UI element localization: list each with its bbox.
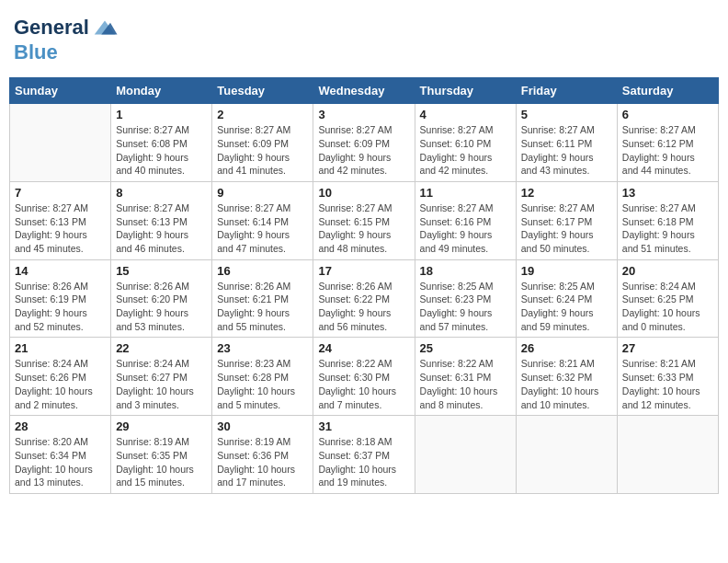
calendar-cell: 5Sunrise: 8:27 AMSunset: 6:11 PMDaylight…: [516, 104, 617, 182]
calendar-cell: [415, 416, 516, 494]
day-number: 29: [116, 419, 207, 433]
calendar-cell: 19Sunrise: 8:25 AMSunset: 6:24 PMDayligh…: [516, 259, 617, 338]
day-info: Sunrise: 8:24 AMSunset: 6:27 PMDaylight:…: [116, 357, 207, 411]
day-info: Sunrise: 8:27 AMSunset: 6:10 PMDaylight:…: [420, 123, 511, 178]
day-info: Sunrise: 8:20 AMSunset: 6:34 PMDaylight:…: [15, 435, 106, 489]
day-info: Sunrise: 8:27 AMSunset: 6:13 PMDaylight:…: [15, 201, 106, 256]
logo: General Blue: [14, 14, 119, 63]
calendar-cell: 17Sunrise: 8:26 AMSunset: 6:22 PMDayligh…: [313, 259, 415, 338]
day-info: Sunrise: 8:22 AMSunset: 6:31 PMDaylight:…: [420, 357, 511, 411]
day-number: 3: [318, 108, 409, 121]
day-number: 15: [116, 264, 207, 278]
logo-blue: Blue: [14, 40, 58, 63]
day-info: Sunrise: 8:26 AMSunset: 6:21 PMDaylight:…: [217, 280, 308, 334]
calendar-cell: 3Sunrise: 8:27 AMSunset: 6:09 PMDaylight…: [313, 104, 415, 182]
day-number: 19: [521, 264, 612, 278]
calendar-cell: 14Sunrise: 8:26 AMSunset: 6:19 PMDayligh…: [10, 259, 111, 338]
day-info: Sunrise: 8:24 AMSunset: 6:25 PMDaylight:…: [622, 280, 713, 334]
day-number: 8: [116, 186, 207, 200]
calendar-week-3: 14Sunrise: 8:26 AMSunset: 6:19 PMDayligh…: [10, 259, 719, 338]
day-number: 12: [521, 186, 612, 200]
calendar-cell: 25Sunrise: 8:22 AMSunset: 6:31 PMDayligh…: [415, 338, 516, 416]
day-number: 28: [15, 419, 106, 433]
day-info: Sunrise: 8:26 AMSunset: 6:22 PMDaylight:…: [318, 280, 409, 334]
day-number: 26: [521, 341, 612, 355]
calendar-week-2: 7Sunrise: 8:27 AMSunset: 6:13 PMDaylight…: [10, 181, 719, 259]
day-info: Sunrise: 8:27 AMSunset: 6:14 PMDaylight:…: [217, 201, 308, 256]
calendar-cell: 18Sunrise: 8:25 AMSunset: 6:23 PMDayligh…: [415, 259, 516, 338]
day-info: Sunrise: 8:22 AMSunset: 6:30 PMDaylight:…: [318, 357, 409, 411]
weekday-header-saturday: Saturday: [617, 78, 718, 104]
calendar-cell: 10Sunrise: 8:27 AMSunset: 6:15 PMDayligh…: [313, 181, 415, 259]
day-number: 2: [217, 108, 308, 121]
day-info: Sunrise: 8:27 AMSunset: 6:15 PMDaylight:…: [318, 201, 409, 256]
calendar-cell: 29Sunrise: 8:19 AMSunset: 6:35 PMDayligh…: [111, 416, 212, 494]
calendar-cell: 22Sunrise: 8:24 AMSunset: 6:27 PMDayligh…: [111, 338, 212, 416]
day-number: 9: [217, 186, 308, 200]
calendar-cell: [617, 416, 718, 494]
calendar-cell: 11Sunrise: 8:27 AMSunset: 6:16 PMDayligh…: [415, 181, 516, 259]
calendar-cell: 27Sunrise: 8:21 AMSunset: 6:33 PMDayligh…: [617, 338, 718, 416]
day-number: 30: [217, 419, 308, 433]
calendar-cell: 15Sunrise: 8:26 AMSunset: 6:20 PMDayligh…: [111, 259, 212, 338]
day-info: Sunrise: 8:19 AMSunset: 6:36 PMDaylight:…: [217, 435, 308, 489]
day-info: Sunrise: 8:21 AMSunset: 6:32 PMDaylight:…: [521, 357, 612, 411]
day-info: Sunrise: 8:21 AMSunset: 6:33 PMDaylight:…: [622, 357, 713, 411]
day-number: 1: [116, 108, 207, 121]
day-number: 31: [318, 419, 409, 433]
day-info: Sunrise: 8:27 AMSunset: 6:11 PMDaylight:…: [521, 123, 612, 178]
calendar-cell: 9Sunrise: 8:27 AMSunset: 6:14 PMDaylight…: [212, 181, 313, 259]
calendar-cell: 24Sunrise: 8:22 AMSunset: 6:30 PMDayligh…: [313, 338, 415, 416]
calendar-cell: 16Sunrise: 8:26 AMSunset: 6:21 PMDayligh…: [212, 259, 313, 338]
day-number: 21: [15, 341, 106, 355]
weekday-header-row: SundayMondayTuesdayWednesdayThursdayFrid…: [10, 78, 719, 104]
day-number: 20: [622, 264, 713, 278]
calendar-week-4: 21Sunrise: 8:24 AMSunset: 6:26 PMDayligh…: [10, 338, 719, 416]
calendar-table: SundayMondayTuesdayWednesdayThursdayFrid…: [9, 77, 719, 494]
calendar-cell: [516, 416, 617, 494]
weekday-header-friday: Friday: [516, 78, 617, 104]
calendar-cell: 13Sunrise: 8:27 AMSunset: 6:18 PMDayligh…: [617, 181, 718, 259]
day-number: 18: [420, 264, 511, 278]
calendar-cell: [10, 104, 111, 182]
day-info: Sunrise: 8:27 AMSunset: 6:09 PMDaylight:…: [217, 123, 308, 178]
calendar-week-1: 1Sunrise: 8:27 AMSunset: 6:08 PMDaylight…: [10, 104, 719, 182]
day-info: Sunrise: 8:26 AMSunset: 6:19 PMDaylight:…: [15, 280, 106, 334]
logo-icon: [91, 14, 119, 41]
weekday-header-sunday: Sunday: [10, 78, 111, 104]
day-number: 25: [420, 341, 511, 355]
day-number: 7: [15, 186, 106, 200]
calendar-cell: 20Sunrise: 8:24 AMSunset: 6:25 PMDayligh…: [617, 259, 718, 338]
calendar-cell: 23Sunrise: 8:23 AMSunset: 6:28 PMDayligh…: [212, 338, 313, 416]
day-number: 27: [622, 341, 713, 355]
weekday-header-monday: Monday: [111, 78, 212, 104]
day-number: 14: [15, 264, 106, 278]
page-header: General Blue: [9, 9, 719, 68]
day-info: Sunrise: 8:27 AMSunset: 6:09 PMDaylight:…: [318, 123, 409, 178]
calendar-cell: 31Sunrise: 8:18 AMSunset: 6:37 PMDayligh…: [313, 416, 415, 494]
day-info: Sunrise: 8:25 AMSunset: 6:24 PMDaylight:…: [521, 280, 612, 334]
logo-text: General: [14, 17, 89, 39]
day-number: 4: [420, 108, 511, 121]
day-info: Sunrise: 8:27 AMSunset: 6:16 PMDaylight:…: [420, 201, 511, 256]
day-number: 22: [116, 341, 207, 355]
calendar-cell: 4Sunrise: 8:27 AMSunset: 6:10 PMDaylight…: [415, 104, 516, 182]
calendar-cell: 8Sunrise: 8:27 AMSunset: 6:13 PMDaylight…: [111, 181, 212, 259]
weekday-header-thursday: Thursday: [415, 78, 516, 104]
calendar-cell: 7Sunrise: 8:27 AMSunset: 6:13 PMDaylight…: [10, 181, 111, 259]
day-number: 24: [318, 341, 409, 355]
calendar-week-5: 28Sunrise: 8:20 AMSunset: 6:34 PMDayligh…: [10, 416, 719, 494]
calendar-cell: 30Sunrise: 8:19 AMSunset: 6:36 PMDayligh…: [212, 416, 313, 494]
day-number: 5: [521, 108, 612, 121]
day-info: Sunrise: 8:27 AMSunset: 6:08 PMDaylight:…: [116, 123, 207, 178]
calendar-cell: 2Sunrise: 8:27 AMSunset: 6:09 PMDaylight…: [212, 104, 313, 182]
weekday-header-tuesday: Tuesday: [212, 78, 313, 104]
day-info: Sunrise: 8:19 AMSunset: 6:35 PMDaylight:…: [116, 435, 207, 489]
day-info: Sunrise: 8:26 AMSunset: 6:20 PMDaylight:…: [116, 280, 207, 334]
day-info: Sunrise: 8:18 AMSunset: 6:37 PMDaylight:…: [318, 435, 409, 489]
day-info: Sunrise: 8:27 AMSunset: 6:17 PMDaylight:…: [521, 201, 612, 256]
day-info: Sunrise: 8:27 AMSunset: 6:18 PMDaylight:…: [622, 201, 713, 256]
day-number: 11: [420, 186, 511, 200]
day-number: 16: [217, 264, 308, 278]
calendar-cell: 1Sunrise: 8:27 AMSunset: 6:08 PMDaylight…: [111, 104, 212, 182]
